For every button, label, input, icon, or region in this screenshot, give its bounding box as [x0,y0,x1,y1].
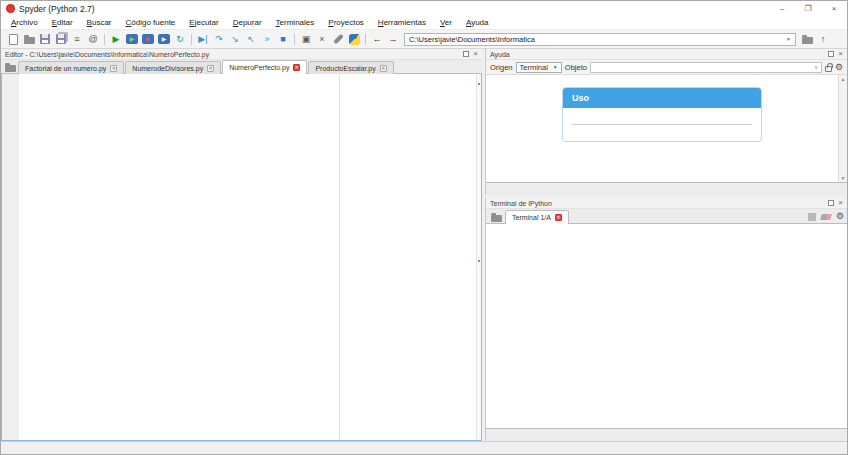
objeto-label: Objeto [565,63,587,72]
chevron-down-icon: ▼ [782,36,791,42]
objeto-combo-input[interactable]: ∨ [590,62,822,73]
editor-float-icon[interactable] [463,51,469,57]
console-tab-close-icon[interactable]: ✕ [555,214,562,221]
browse-tabs-icon[interactable] [3,60,17,73]
help-pane-header: Ayuda × [486,49,847,60]
console-pane: Terminal de IPython × Terminal 1/A ✕ [485,198,847,441]
editor-pane-title: Editor - C:\Users\javie\Documents\Inform… [5,51,209,58]
tab-close-icon[interactable]: ✕ [293,64,300,71]
edge-line [339,74,340,440]
scrollflag-tick [478,83,480,85]
usage-card-title: Uso [563,88,761,108]
window-controls: – ❐ × [769,1,847,16]
console-close-icon[interactable]: × [838,199,843,207]
save-icon[interactable] [37,31,53,47]
menu-item-label: er [445,18,452,27]
menu-item-label: yuda [471,18,488,27]
parent-dir-icon[interactable]: ↑ [815,31,831,47]
minimize-button[interactable]: – [769,1,795,16]
editor-tab-label: ProductoEscalar.py [315,65,375,72]
stop-debug-icon[interactable]: ■ [275,31,291,47]
working-directory-value: C:\Users\javie\Documents\Informatica [409,35,535,44]
menu-item-ayuda[interactable]: Ayuda [459,18,496,27]
python-path-icon[interactable] [346,31,362,47]
close-button[interactable]: × [821,1,847,16]
menu-item-label: ódigo fuente [131,18,175,27]
rerun-cell-icon[interactable]: ↻ [172,31,188,47]
browse-dir-icon[interactable] [799,31,815,47]
save-all-icon[interactable] [53,31,69,47]
clear-console-icon[interactable] [820,214,832,220]
help-scrollbar[interactable]: ▲▼ [838,75,847,182]
menu-item-label: erminales [280,18,315,27]
tab-close-icon[interactable]: ✕ [110,65,117,72]
interrupt-kernel-icon[interactable] [808,213,816,221]
chevron-down-icon: ∨ [814,64,818,70]
console-gear-icon[interactable]: ⚙ [836,212,844,221]
console-tab[interactable]: Terminal 1/A ✕ [505,210,569,224]
maximize-pane-icon[interactable]: × [314,31,330,47]
scroll-down-icon[interactable]: ▼ [841,175,846,181]
toolbar-separator [104,34,105,45]
run-selection-icon[interactable]: ▶ [156,31,172,47]
tab-close-icon[interactable]: ✕ [207,65,214,72]
editor-tab-numeroperfecto-py[interactable]: NumeroPerfecto.py✕ [222,60,307,74]
step-out-icon[interactable]: ↖ [243,31,259,47]
step-into-icon[interactable]: ↘ [227,31,243,47]
origen-dropdown[interactable]: Terminal ▼ [516,62,562,73]
console-output[interactable] [486,224,847,428]
step-over-icon[interactable]: ↷ [211,31,227,47]
menu-item-label: uscar [92,18,112,27]
window-title: Spyder (Python 2.7) [19,4,95,14]
file-switcher-icon[interactable]: ≡ [69,31,85,47]
tab-close-icon[interactable]: ✕ [380,65,387,72]
editor-tab-label: NumeroPerfecto.py [229,64,289,71]
run-cell-advance-icon[interactable]: ▶ [140,31,156,47]
symbol-finder-icon[interactable]: @ [85,31,101,47]
menu-item-buscar[interactable]: Buscar [80,18,119,27]
editor-tab-label: NumerodeDivisores.py [132,65,203,72]
forward-icon[interactable]: → [385,31,401,47]
menu-item-depurar[interactable]: Depurar [226,18,269,27]
origen-value: Terminal [520,63,548,72]
editor-code-area[interactable] [1,74,482,441]
editor-scrollflag[interactable] [476,74,481,440]
help-close-icon[interactable]: × [838,50,843,58]
new-file-icon[interactable] [5,31,21,47]
editor-tab-numerodedivisores-py[interactable]: NumerodeDivisores.py✕ [125,61,221,74]
menu-item-herramientas[interactable]: Herramientas [371,18,433,27]
usage-card-body [563,108,761,141]
debug-file-icon[interactable]: ▶| [195,31,211,47]
help-float-icon[interactable] [828,51,834,57]
menu-item-editar[interactable]: Editar [45,18,80,27]
lock-icon[interactable] [825,66,832,72]
menu-item-archivo[interactable]: Archivo [4,18,45,27]
preferences-icon[interactable] [330,31,346,47]
open-file-icon[interactable] [21,31,37,47]
menubar: ArchivoEditarBuscarCódigo fuenteEjecutar… [1,16,847,30]
scroll-up-icon[interactable]: ▲ [841,76,846,82]
maximize-button[interactable]: ❐ [795,1,821,16]
menu-item-label: royectos [334,18,364,27]
menu-item-ejecutar[interactable]: Ejecutar [182,18,225,27]
menu-item-terminales[interactable]: Terminales [269,18,322,27]
console-float-icon[interactable] [828,200,834,206]
editor-tab-factorial-de-un-numero-py[interactable]: Factorial de un numero.py✕ [18,61,124,74]
menu-item-label: jecutar [195,18,219,27]
back-icon[interactable]: ← [369,31,385,47]
continue-icon[interactable]: » [259,31,275,47]
working-directory-combo[interactable]: C:\Users\javie\Documents\Informatica▼ [404,33,796,46]
editor-tab-productoescalar-py[interactable]: ProductoEscalar.py✕ [308,61,393,74]
layout-icon[interactable]: ▣ [298,31,314,47]
run-file-icon[interactable]: ▶ [108,31,124,47]
run-cell-icon[interactable]: ▶ [124,31,140,47]
menu-item-proyectos[interactable]: Proyectos [321,18,371,27]
editor-close-icon[interactable]: × [473,50,478,58]
console-tab-label: Terminal 1/A [512,214,551,221]
help-options-gear-icon[interactable]: ⚙ [835,63,843,72]
divider [572,124,752,125]
menu-item-c-digo-fuente[interactable]: Código fuente [119,18,183,27]
menu-item-ver[interactable]: Ver [433,18,459,27]
help-pane-title: Ayuda [490,51,510,58]
console-browse-icon[interactable] [489,210,503,223]
